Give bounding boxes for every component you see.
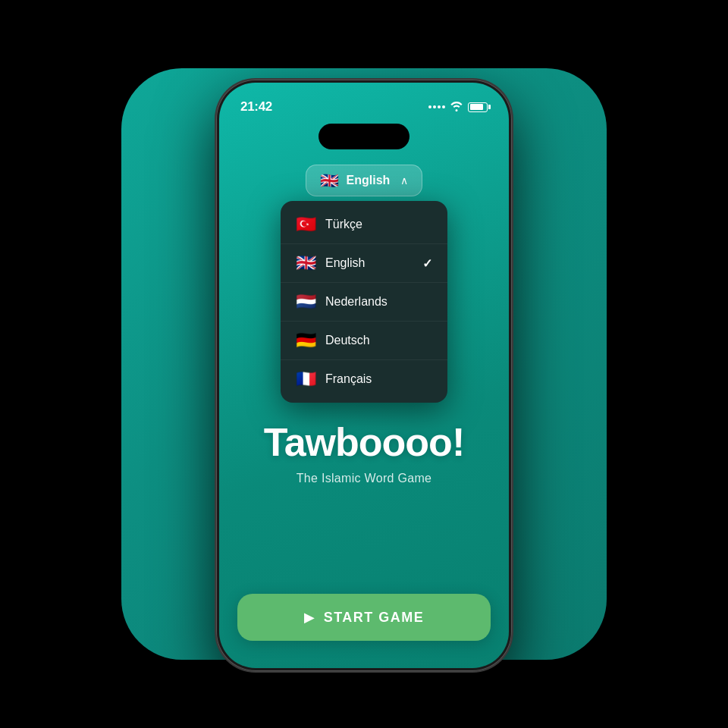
- start-btn-label: START GAME: [324, 610, 425, 626]
- main-content: 🇬🇧 English ∧ 🇹🇷 Türkçe 🇬🇧 English: [219, 149, 509, 594]
- phone-frame: 21:42: [216, 80, 512, 671]
- check-icon: ✓: [422, 256, 432, 271]
- german-flag-icon: 🇩🇪: [296, 332, 316, 349]
- dutch-label: Nederlands: [325, 295, 432, 309]
- english-label: English: [325, 256, 413, 270]
- dynamic-island: [318, 124, 410, 149]
- status-icons: [428, 101, 488, 114]
- turkish-label: Türkçe: [325, 218, 432, 231]
- battery-icon: [468, 102, 488, 112]
- selected-lang-flag: 🇬🇧: [320, 173, 339, 188]
- status-time: 21:42: [240, 99, 272, 115]
- lang-option-german[interactable]: 🇩🇪 Deutsch: [281, 322, 447, 360]
- wifi-icon: [450, 101, 463, 114]
- outer-device: 21:42: [99, 38, 629, 690]
- chevron-up-icon: ∧: [400, 174, 408, 187]
- status-bar: 21:42: [219, 83, 509, 121]
- language-selector[interactable]: 🇬🇧 English ∧: [306, 165, 423, 196]
- german-label: Deutsch: [325, 334, 432, 347]
- play-icon: ▶: [304, 609, 315, 626]
- lang-option-turkish[interactable]: 🇹🇷 Türkçe: [281, 206, 447, 244]
- signal-dots-icon: [428, 105, 445, 108]
- selected-lang-label: English: [347, 174, 391, 187]
- turkish-flag-icon: 🇹🇷: [296, 216, 316, 233]
- app-subtitle: The Islamic Word Game: [297, 472, 432, 485]
- app-title: Tawboooo!: [264, 421, 464, 464]
- lang-option-english[interactable]: 🇬🇧 English ✓: [281, 244, 447, 283]
- start-game-button[interactable]: ▶ START GAME: [237, 594, 491, 641]
- language-dropdown: 🇹🇷 Türkçe 🇬🇧 English ✓ 🇳🇱 Nederlands: [281, 201, 447, 403]
- english-flag-icon: 🇬🇧: [296, 255, 316, 271]
- french-flag-icon: 🇫🇷: [296, 371, 316, 388]
- phone-screen: 21:42: [219, 83, 509, 668]
- lang-option-french[interactable]: 🇫🇷 Français: [281, 360, 447, 398]
- start-button-area: ▶ START GAME: [219, 594, 509, 668]
- lang-option-dutch[interactable]: 🇳🇱 Nederlands: [281, 283, 447, 322]
- dutch-flag-icon: 🇳🇱: [296, 293, 316, 310]
- french-label: Français: [325, 372, 432, 386]
